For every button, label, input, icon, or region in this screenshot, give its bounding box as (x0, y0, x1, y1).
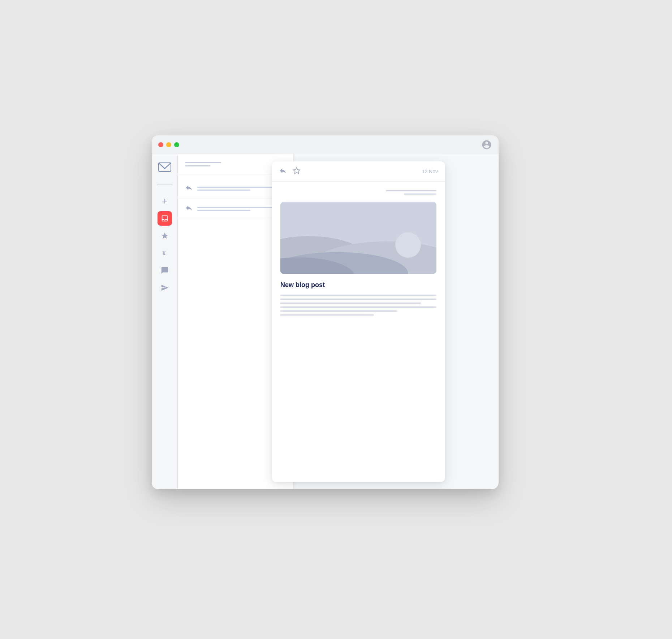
sidebar-item-inbox[interactable] (158, 211, 172, 226)
sidebar-item-chat[interactable] (158, 263, 172, 278)
traffic-light-maximize[interactable] (174, 142, 179, 147)
sidebar-item-send[interactable] (158, 281, 172, 295)
reply-icon (185, 184, 193, 194)
email-title: New blog post (280, 281, 436, 289)
traffic-light-close[interactable] (158, 142, 163, 147)
text-line-5 (280, 310, 397, 312)
text-line-3 (280, 303, 421, 304)
text-line-1 (280, 295, 436, 296)
panel-header-lines (185, 162, 221, 166)
traffic-lights (158, 142, 179, 147)
text-line-2 (280, 299, 436, 300)
reply-action-icon[interactable] (279, 167, 287, 176)
sidebar-item-compose[interactable] (158, 194, 172, 208)
email-date: 12 Nov (422, 169, 438, 174)
gmail-logo (158, 161, 172, 174)
svg-point-5 (395, 232, 421, 258)
user-account-icon[interactable] (481, 139, 492, 150)
text-line-6 (280, 314, 374, 316)
scene: 12 Nov (137, 121, 535, 518)
sidebar-item-snoozed[interactable] (158, 246, 172, 260)
content-area: 12 Nov (178, 154, 499, 489)
header-line-2 (185, 165, 210, 166)
item-line-2 (197, 190, 250, 191)
detail-body: New blog post (272, 182, 445, 324)
sidebar-item-starred[interactable] (158, 229, 172, 243)
text-line-4 (280, 307, 436, 308)
detail-actions (279, 167, 301, 176)
email-hero-image (280, 202, 436, 274)
header-line-1 (185, 162, 221, 163)
email-text-lines (280, 295, 436, 316)
browser-window: 12 Nov (152, 135, 499, 489)
email-detail-panel: 12 Nov (272, 161, 445, 482)
browser-titlebar (152, 135, 499, 154)
item-line-4 (197, 210, 250, 211)
traffic-light-minimize[interactable] (166, 142, 171, 147)
sidebar-divider (157, 184, 173, 185)
sender-email-line (404, 194, 436, 195)
detail-header: 12 Nov (272, 161, 445, 182)
reply-icon-2 (185, 204, 193, 214)
star-action-icon[interactable] (293, 167, 301, 176)
sender-info (280, 190, 436, 195)
sidebar (152, 154, 178, 489)
sender-name-line (386, 190, 436, 191)
app-layout: 12 Nov (152, 154, 499, 489)
